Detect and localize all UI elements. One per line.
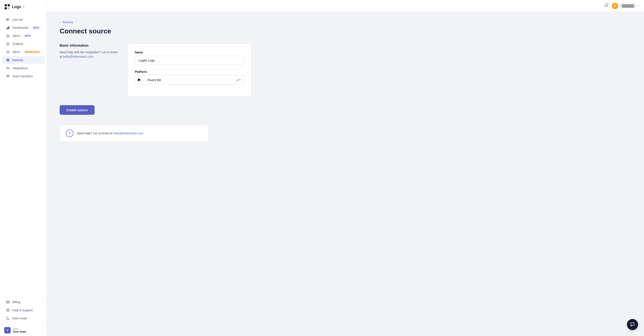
alerts-beta-icon [6,34,10,38]
live-tail-icon [6,18,10,22]
sidebar-item-sources[interactable]: Sources [2,56,45,64]
svg-rect-20 [8,60,9,61]
team-members-icon [6,74,10,78]
name-input[interactable] [135,56,244,65]
platform-select-wrapper: Fluent Bit Fluentd Logstash Syslog HTTP … [135,75,244,84]
sidebar-item-dashboards[interactable]: Dashboards BETA [2,24,45,32]
svg-rect-1 [8,4,10,6]
help-support-icon [6,308,10,312]
notification-bell[interactable] [604,3,608,8]
sidebar-nav: Live tail Dashboards BETA Alerts BETA Gr… [0,14,47,296]
svg-point-11 [8,36,8,37]
alerts-beta-badge: BETA [24,34,32,38]
form-info-panel: Basic information Need help with the int… [60,44,119,59]
sidebar-item-team-members-label: Team members [12,74,33,78]
alerts-deprecated-icon [6,50,10,54]
sidebar-item-alerts-beta[interactable]: Alerts BETA [2,32,45,40]
app-logo[interactable]: Logs ▾ [0,0,47,14]
svg-point-21 [6,68,8,69]
integrations-icon [6,66,10,70]
dashboards-beta-badge: BETA [32,26,40,30]
grafana-icon [6,42,10,46]
notification-dot [607,3,609,4]
create-button-wrapper: Create source [60,104,631,115]
dark-mode-icon [6,316,10,320]
help-text-prefix: Need help? Let us know at [77,132,113,135]
svg-point-13 [8,44,8,44]
sidebar-item-alerts-deprecated-label: Alerts [12,50,20,54]
sidebar-item-help-support[interactable]: Help & Support [2,306,45,314]
sidebar-bottom: Billing Help & Support Dark mode [0,296,47,324]
help-text: Need help? Let us know at hello@betterst… [77,132,143,135]
sidebar-item-dashboards-label: Dashboards [12,26,28,30]
svg-rect-4 [6,19,9,19]
svg-rect-19 [6,60,8,61]
sidebar-item-live-tail[interactable]: Live tail [2,16,45,24]
help-email-link[interactable]: hello@betterstack.com [113,132,144,135]
sidebar-item-integrations-label: Integrations [12,66,28,70]
svg-rect-8 [8,27,8,29]
svg-rect-5 [6,20,8,20]
form-info-desc-end: . [93,55,94,58]
team-label: Team [13,328,38,330]
sidebar-item-alerts-beta-label: Alerts [12,34,20,38]
sources-icon [6,58,10,62]
svg-point-22 [8,68,9,69]
dashboards-icon [6,26,10,30]
svg-rect-18 [8,59,9,60]
create-source-button[interactable]: Create source [60,105,94,115]
breadcrumb-text: Sources [62,20,73,24]
form-layout: Basic information Need help with the int… [60,44,251,97]
svg-rect-3 [8,7,10,9]
svg-marker-30 [138,78,141,82]
breadcrumb-chevron: ‹ [60,21,60,24]
team-name: Your team [13,330,38,333]
platform-field-group: Platform Fluent Bit Fluentd Logstash Sys… [135,70,244,84]
svg-rect-7 [6,28,7,29]
breadcrumb[interactable]: ‹ Sources [60,20,631,24]
team-avatar: Y [4,327,11,334]
name-field-group: Name [135,51,244,65]
svg-point-29 [8,311,8,311]
user-name: ██████ [620,4,636,8]
svg-rect-15 [8,51,8,52]
sidebar-item-integrations[interactable]: Integrations [2,64,45,72]
fluent-bit-icon [135,76,144,84]
form-info-desc: Need help with the integration? Let us k… [60,50,119,59]
svg-rect-17 [6,59,8,60]
sidebar-item-alerts-deprecated[interactable]: Alerts DEPRECATED [2,48,45,56]
sidebar-item-billing-label: Billing [12,300,20,304]
sidebar-item-dark-mode[interactable]: Dark mode [2,314,45,322]
svg-point-16 [8,52,8,53]
logo-chevron: ▾ [23,5,24,8]
help-icon: ? [66,130,74,137]
team-chevron: ⌃ [40,329,42,332]
sidebar-item-team-members[interactable]: Team members [2,72,45,80]
sidebar-item-billing[interactable]: Billing [2,298,45,306]
logo-icon [4,4,10,10]
user-menu-chevron: ▾ [638,4,639,7]
chat-bubble[interactable] [627,319,638,330]
sidebar-item-grafana[interactable]: Grafana [2,40,45,48]
page-content: ‹ Sources Connect source Basic informati… [47,12,644,336]
svg-rect-2 [5,7,7,9]
main: U ██████ ▾ ‹ Sources Connect source Basi… [47,0,644,336]
svg-rect-6 [6,20,9,20]
sidebar: Logs ▾ Live tail Dashboards BETA Alerts … [0,0,47,336]
sidebar-item-sources-label: Sources [12,58,23,62]
svg-rect-9 [8,26,9,29]
form-info-email-link[interactable]: hello@betterstack.com [63,55,94,58]
help-card: ? Need help? Let us know at hello@better… [60,125,209,142]
name-label: Name [135,51,244,54]
svg-point-24 [7,75,8,76]
form-card: Name Platform Fluent Bit F [128,44,251,97]
user-menu[interactable]: U ██████ ▾ [612,3,639,9]
sidebar-item-grafana-label: Grafana [12,42,23,46]
logo-text: Logs [12,5,21,9]
platform-select[interactable]: Fluent Bit Fluentd Logstash Syslog HTTP … [144,76,244,84]
form-info-title: Basic information [60,44,119,48]
page-title: Connect source [60,27,631,35]
sidebar-team[interactable]: Y Team Your team ⌃ [0,324,47,336]
team-info: Team Your team [13,328,38,333]
sidebar-item-help-support-label: Help & Support [12,308,32,312]
